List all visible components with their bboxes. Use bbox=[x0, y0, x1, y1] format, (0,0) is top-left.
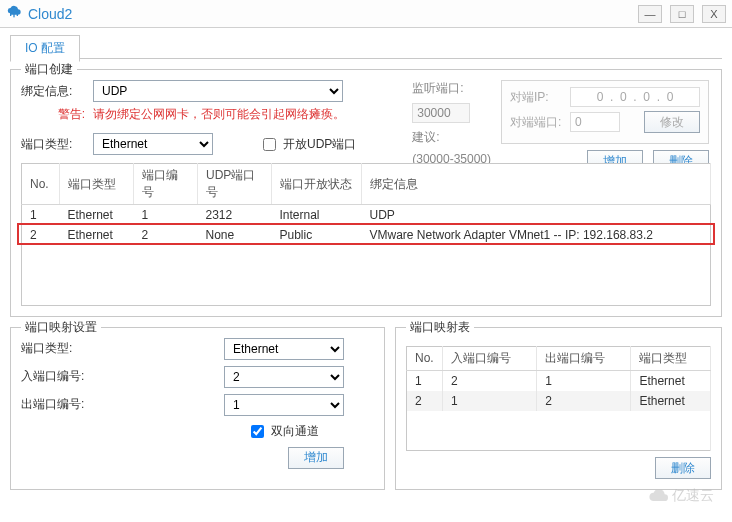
mcol-no: No. bbox=[407, 346, 443, 370]
open-udp-checkbox[interactable]: 开放UDP端口 bbox=[259, 135, 356, 154]
app-icon bbox=[6, 4, 22, 23]
map-table-panel: 端口映射表 No. 入端口编号 出端口编号 端口类型 1 2 1 Etherne… bbox=[395, 327, 722, 491]
peer-ip-label: 对端IP: bbox=[510, 89, 564, 106]
map-in-select[interactable]: 2 bbox=[224, 366, 344, 388]
map-in-label: 入端口编号: bbox=[21, 368, 111, 385]
bidir-label: 双向通道 bbox=[271, 423, 319, 440]
title-bar: Cloud2 — □ X bbox=[0, 0, 732, 28]
window-title: Cloud2 bbox=[28, 6, 638, 22]
right-column: 监听端口: 建议: (30000-35000) 对端IP: 对端端口: 修改 增… bbox=[412, 80, 709, 172]
port-create-legend: 端口创建 bbox=[21, 61, 77, 78]
watermark: 亿速云 bbox=[648, 486, 714, 506]
port-type-label: 端口类型: bbox=[21, 136, 85, 153]
warning-label: 警告: bbox=[21, 106, 85, 123]
bind-info-label: 绑定信息: bbox=[21, 83, 85, 100]
listen-port-label: 监听端口: bbox=[412, 80, 463, 97]
advice-label: 建议: bbox=[412, 129, 439, 146]
col-num: 端口编号 bbox=[134, 164, 198, 205]
map-table-grid[interactable]: No. 入端口编号 出端口编号 端口类型 1 2 1 Ethernet 2 1 … bbox=[406, 346, 711, 452]
mcol-in: 入端口编号 bbox=[443, 346, 537, 370]
map-out-label: 出端口编号: bbox=[21, 396, 111, 413]
col-open: 端口开放状态 bbox=[272, 164, 362, 205]
svg-rect-2 bbox=[17, 13, 18, 16]
svg-rect-0 bbox=[13, 13, 14, 17]
map-settings-panel: 端口映射设置 端口类型: Ethernet 入端口编号: 2 出端口编号: 1 … bbox=[10, 327, 385, 491]
mcol-type: 端口类型 bbox=[631, 346, 711, 370]
map-out-select[interactable]: 1 bbox=[224, 394, 344, 416]
map-add-button[interactable]: 增加 bbox=[288, 447, 344, 469]
map-type-select[interactable]: Ethernet bbox=[224, 338, 344, 360]
peer-box: 对端IP: 对端端口: 修改 bbox=[501, 80, 709, 144]
cloud-icon bbox=[648, 486, 668, 506]
peer-port-input[interactable] bbox=[570, 112, 620, 132]
open-udp-label: 开放UDP端口 bbox=[283, 136, 356, 153]
bind-info-select[interactable]: UDP bbox=[93, 80, 343, 102]
map-table-legend: 端口映射表 bbox=[406, 319, 474, 336]
close-button[interactable]: X bbox=[702, 5, 726, 23]
bidir-checkbox-input[interactable] bbox=[251, 425, 264, 438]
col-type: 端口类型 bbox=[60, 164, 134, 205]
table-row[interactable]: 1 2 1 Ethernet bbox=[407, 370, 711, 391]
maximize-button[interactable]: □ bbox=[670, 5, 694, 23]
open-udp-checkbox-input[interactable] bbox=[263, 138, 276, 151]
table-row[interactable]: 2 Ethernet 2 None Public VMware Network … bbox=[22, 225, 711, 245]
table-row[interactable]: 2 1 2 Ethernet bbox=[407, 391, 711, 411]
watermark-text: 亿速云 bbox=[672, 487, 714, 505]
port-grid[interactable]: No. 端口类型 端口编号 UDP端口号 端口开放状态 绑定信息 1 Ether… bbox=[21, 163, 711, 306]
svg-rect-1 bbox=[10, 13, 11, 16]
minimize-button[interactable]: — bbox=[638, 5, 662, 23]
port-create-panel: 端口创建 绑定信息: UDP 警告: 请勿绑定公网网卡，否则可能会引起网络瘫痪。… bbox=[10, 69, 722, 317]
col-no: No. bbox=[22, 164, 60, 205]
map-settings-legend: 端口映射设置 bbox=[21, 319, 101, 336]
monitor-box: 监听端口: 建议: (30000-35000) bbox=[412, 80, 491, 172]
warning-text: 请勿绑定公网网卡，否则可能会引起网络瘫痪。 bbox=[93, 106, 345, 123]
port-type-select[interactable]: Ethernet bbox=[93, 133, 213, 155]
table-row[interactable]: 1 Ethernet 1 2312 Internal UDP bbox=[22, 205, 711, 226]
bidir-checkbox[interactable]: 双向通道 bbox=[247, 422, 319, 441]
col-udp: UDP端口号 bbox=[198, 164, 272, 205]
modify-button[interactable]: 修改 bbox=[644, 111, 700, 133]
tab-strip: IO 配置 bbox=[0, 28, 732, 58]
peer-port-label: 对端端口: bbox=[510, 114, 564, 131]
tab-io-config[interactable]: IO 配置 bbox=[10, 35, 80, 62]
col-bind: 绑定信息 bbox=[362, 164, 711, 205]
mcol-out: 出端口编号 bbox=[537, 346, 631, 370]
map-delete-button[interactable]: 删除 bbox=[655, 457, 711, 479]
peer-ip-input[interactable] bbox=[570, 87, 700, 107]
map-type-label: 端口类型: bbox=[21, 340, 111, 357]
port-grid-wrapper: No. 端口类型 端口编号 UDP端口号 端口开放状态 绑定信息 1 Ether… bbox=[21, 163, 711, 306]
listen-port-input[interactable] bbox=[412, 103, 470, 123]
